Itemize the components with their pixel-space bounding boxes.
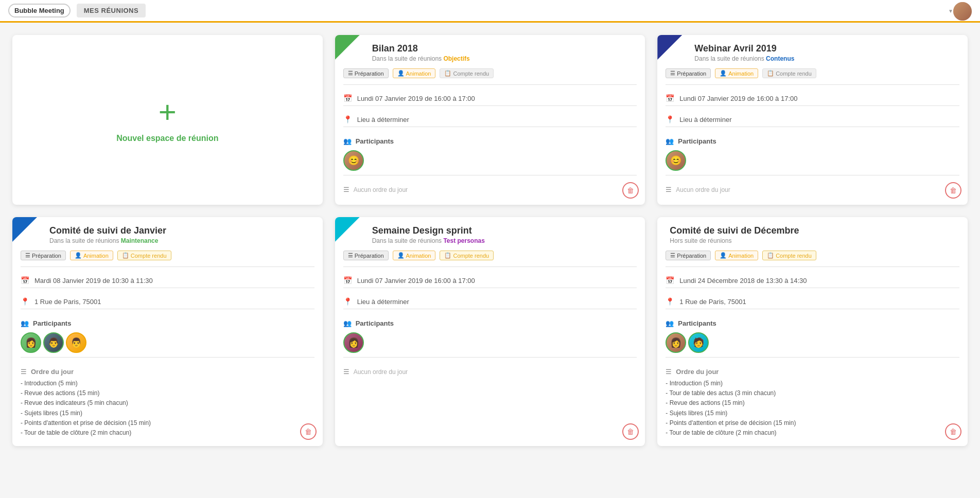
delete-comite-janvier[interactable]: 🗑 bbox=[300, 423, 317, 440]
agenda-item-4-cd: - Sujets libres (15 min) bbox=[666, 408, 959, 418]
face-1-sd: 👩 bbox=[344, 333, 363, 352]
face-2-cd: 🧑 bbox=[689, 333, 708, 352]
divider2-comite-decembre bbox=[666, 288, 959, 288]
agenda-label-bilan2018: ☰ Aucun ordre du jour bbox=[343, 186, 637, 193]
badge-anim-comite-decembre[interactable]: 👤 Animation bbox=[715, 251, 758, 260]
avatar[interactable] bbox=[953, 2, 972, 21]
badge-compte-comite-decembre[interactable]: 📋 Compte rendu bbox=[762, 251, 816, 260]
badges-semaine-design: ☰ Préparation 👤 Animation 📋 Compte rendu bbox=[335, 251, 645, 266]
calendar-icon-comite-janvier: 📅 bbox=[21, 276, 29, 284]
badge-prep-webinar2019[interactable]: ☰ Préparation bbox=[666, 68, 711, 78]
badge-compte-bilan2018[interactable]: 📋 Compte rendu bbox=[440, 68, 494, 78]
logo[interactable]: Bubble Meeting bbox=[8, 4, 71, 17]
title-area-bilan2018: Bilan 2018 Dans la suite de réunions Obj… bbox=[372, 43, 470, 62]
no-agenda-semaine-design: Aucun ordre du jour bbox=[354, 368, 408, 376]
location-row-comite-janvier: 📍 1 Rue de Paris, 75001 bbox=[12, 294, 323, 309]
agenda-item-1-cd: - Introduction (5 min) bbox=[666, 379, 959, 388]
face-1-cj: 👩 bbox=[22, 333, 40, 352]
agenda-comite-janvier: ☰ Ordre du jour - Introduction (5 min) -… bbox=[12, 364, 323, 438]
location-row-semaine-design: 📍 Lieu à déterminer bbox=[335, 294, 645, 309]
badge-anim-comite-janvier[interactable]: 👤 Animation bbox=[70, 251, 113, 260]
prep-icon-cd: ☰ bbox=[670, 252, 675, 259]
badge-compte-comite-janvier[interactable]: 📋 Compte rendu bbox=[117, 251, 171, 260]
mes-reunions-button[interactable]: MES RÉUNIONS bbox=[77, 4, 146, 17]
divider3-bilan2018 bbox=[343, 127, 637, 127]
prep-icon-sd: ☰ bbox=[348, 252, 353, 259]
badge-prep-bilan2018[interactable]: ☰ Préparation bbox=[343, 68, 389, 78]
agenda-item-2-cd: - Tour de table des actus (3 min chacun) bbox=[666, 388, 959, 398]
participants-icon-semaine-design: 👥 bbox=[343, 319, 352, 327]
avatars-comite-decembre: 👩 🧑 bbox=[666, 332, 959, 353]
divider4-bilan2018 bbox=[343, 175, 637, 175]
agenda-item-5-cd: - Points d'attention et prise de décisio… bbox=[666, 418, 959, 428]
location-row-comite-decembre: 📍 1 Rue de Paris, 75001 bbox=[657, 294, 968, 309]
suite-name-bilan2018[interactable]: Objectifs bbox=[443, 55, 469, 62]
card-comite-decembre: Comité de suivi de Décembre Hors suite d… bbox=[657, 217, 968, 446]
agenda-semaine-design: ☰ Aucun ordre du jour bbox=[335, 364, 645, 376]
prep-icon: ☰ bbox=[348, 70, 353, 77]
location-webinar2019: Lieu à déterminer bbox=[679, 116, 731, 123]
date-comite-decembre: Lundi 24 Décembre 2018 de 13:30 à 14:30 bbox=[679, 277, 807, 284]
agenda-title-comite-decembre: Ordre du jour bbox=[676, 368, 719, 376]
divider3-comite-janvier bbox=[21, 309, 314, 309]
agenda-label-semaine-design: ☰ Aucun ordre du jour bbox=[343, 368, 637, 376]
avatar-1-semaine-design: 👩 bbox=[343, 332, 364, 353]
agenda-item-2-cj: - Revue des actions (15 min) bbox=[21, 388, 314, 398]
divider-bilan2018 bbox=[343, 84, 637, 85]
corner-webinar2019 bbox=[657, 35, 682, 60]
location-icon-semaine-design: 📍 bbox=[343, 297, 352, 306]
face-3-cj: 👨 bbox=[67, 333, 85, 352]
avatars-semaine-design: 👩 bbox=[343, 332, 637, 353]
agenda-item-4-cj: - Sujets libres (15 min) bbox=[21, 408, 314, 418]
divider-webinar2019 bbox=[666, 84, 959, 85]
badge-compte-webinar2019[interactable]: 📋 Compte rendu bbox=[762, 68, 816, 78]
agenda-label-comite-decembre: ☰ Ordre du jour bbox=[666, 368, 959, 376]
badge-prep-comite-janvier[interactable]: ☰ Préparation bbox=[21, 251, 66, 260]
location-icon-bilan2018: 📍 bbox=[343, 115, 352, 123]
agenda-icon-webinar2019: ☰ bbox=[666, 186, 672, 193]
agenda-webinar2019: ☰ Aucun ordre du jour bbox=[657, 182, 968, 193]
location-row-webinar2019: 📍 Lieu à déterminer bbox=[657, 112, 968, 127]
delete-webinar2019[interactable]: 🗑 bbox=[945, 182, 961, 199]
anim-icon-cj: 👤 bbox=[75, 252, 82, 259]
corner-comite-janvier bbox=[12, 217, 37, 242]
location-bilan2018: Lieu à déterminer bbox=[357, 116, 409, 123]
divider4-comite-janvier bbox=[21, 357, 314, 358]
badge-anim-bilan2018[interactable]: 👤 Animation bbox=[393, 68, 436, 78]
avatars-comite-janvier: 👩 👨 👨 bbox=[21, 332, 314, 353]
badge-prep-semaine-design[interactable]: ☰ Préparation bbox=[343, 251, 389, 260]
avatar-dropdown-icon[interactable]: ▼ bbox=[948, 8, 953, 13]
badge-anim-semaine-design[interactable]: 👤 Animation bbox=[393, 251, 436, 260]
avatar-2-comite-decembre: 🧑 bbox=[688, 332, 709, 353]
agenda-items-comite-decembre: - Introduction (5 min) - Tour de table d… bbox=[666, 379, 959, 438]
delete-semaine-design[interactable]: 🗑 bbox=[622, 423, 639, 440]
suite-name-comite-janvier[interactable]: Maintenance bbox=[121, 237, 159, 244]
delete-comite-decembre[interactable]: 🗑 bbox=[945, 423, 961, 440]
participants-bilan2018: 👥 Participants 😊 bbox=[335, 133, 645, 175]
card-webinar2019: Webinar Avril 2019 Dans la suite de réun… bbox=[657, 35, 968, 205]
agenda-item-3-cj: - Revue des indicateurs (5 min chacun) bbox=[21, 398, 314, 408]
delete-bilan2018[interactable]: 🗑 bbox=[622, 182, 639, 199]
anim-icon-cd: 👤 bbox=[720, 252, 727, 259]
divider4-semaine-design bbox=[343, 357, 637, 358]
location-icon-comite-decembre: 📍 bbox=[666, 297, 674, 306]
participants-semaine-design: 👥 Participants 👩 bbox=[335, 315, 645, 357]
badge-anim-webinar2019[interactable]: 👤 Animation bbox=[715, 68, 758, 78]
badge-prep-comite-decembre[interactable]: ☰ Préparation bbox=[666, 251, 711, 260]
badge-compte-semaine-design[interactable]: 📋 Compte rendu bbox=[440, 251, 494, 260]
anim-icon: 👤 bbox=[397, 70, 405, 77]
divider3-comite-decembre bbox=[666, 309, 959, 309]
agenda-comite-decembre: ☰ Ordre du jour - Introduction (5 min) -… bbox=[657, 364, 968, 438]
date-comite-janvier: Mardi 08 Janvier 2019 de 10:30 à 11:30 bbox=[34, 277, 153, 284]
title-area-comite-decembre: Comité de suivi de Décembre Hors suite d… bbox=[670, 225, 799, 244]
suite-name-semaine-design[interactable]: Test personas bbox=[443, 237, 484, 244]
divider3-webinar2019 bbox=[666, 127, 959, 127]
new-meeting-card[interactable]: + Nouvel espace de réunion bbox=[12, 35, 323, 205]
compte-icon-cj: 📋 bbox=[122, 252, 129, 259]
card-header-bilan2018: Bilan 2018 Dans la suite de réunions Obj… bbox=[335, 35, 645, 68]
participants-label-semaine-design: 👥 Participants bbox=[343, 319, 637, 327]
suite-name-webinar2019[interactable]: Contenus bbox=[766, 55, 794, 62]
prep-icon-w: ☰ bbox=[670, 70, 675, 77]
participants-icon-comite-decembre: 👥 bbox=[666, 319, 674, 327]
divider2-semaine-design bbox=[343, 288, 637, 288]
